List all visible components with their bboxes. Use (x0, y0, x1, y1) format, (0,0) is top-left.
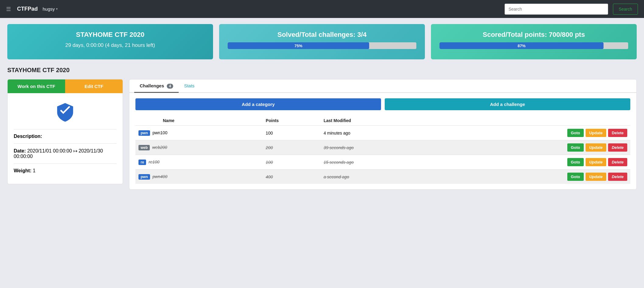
col-header-name: Name (135, 116, 263, 126)
brand: CTFPad (17, 6, 38, 12)
category-badge: re (138, 160, 146, 165)
tab-challenges[interactable]: Challenges 4 (134, 79, 179, 93)
table-row: pwn pwn400 400 a second ago Goto Update … (135, 170, 630, 184)
action-buttons: Goto Update Delete (433, 158, 627, 166)
edit-ctf-button[interactable]: Edit CTF (65, 79, 123, 93)
challenge-name: re100 (149, 160, 159, 164)
description-label: Description: (14, 134, 42, 139)
table-header-row: Name Points Last Modified (135, 116, 630, 126)
tabs-bar: Challenges 4 Stats (129, 79, 636, 93)
cell-points: 100 (263, 126, 320, 140)
challenge-modified: a second ago (324, 174, 349, 179)
cell-badge-name: pwn pwn100 (135, 126, 263, 140)
date-value: 2020/11/01 00:00:00 ↦ 2020/11/30 00:00:0… (14, 148, 103, 159)
col-header-actions (430, 116, 630, 126)
right-panel: Challenges 4 Stats Add a category Add a … (129, 79, 637, 190)
weight-row: Weight: 1 (14, 163, 117, 178)
work-on-ctf-button[interactable]: Work on this CTF (8, 79, 65, 93)
table-row: pwn pwn100 100 4 minutes ago Goto Update… (135, 126, 630, 140)
cell-badge-name: web web200 (135, 140, 263, 155)
cell-points: 200 (263, 140, 320, 155)
navbar: ☰ CTFPad hugsy ▾ Search (0, 0, 644, 18)
caret-icon: ▾ (56, 7, 58, 11)
stat-card-points: Scored/Total points: 700/800 pts 87% (431, 24, 637, 59)
tab-challenges-label: Challenges (140, 83, 164, 88)
delete-button[interactable]: Delete (608, 129, 627, 137)
action-buttons: Goto Update Delete (433, 143, 627, 152)
section-title: STAYHOME CTF 2020 (7, 67, 637, 74)
points-progress-bar: 87% (439, 42, 628, 49)
tab-stats-label: Stats (184, 83, 194, 88)
update-button[interactable]: Update (586, 143, 606, 152)
goto-button[interactable]: Goto (567, 158, 584, 166)
challenges-progress-bar: 75% (228, 42, 416, 49)
stat-card-challenges: Solved/Total challenges: 3/4 75% (219, 24, 425, 59)
update-button[interactable]: Update (586, 129, 606, 137)
cell-badge-name: pwn pwn400 (135, 170, 263, 184)
left-panel-buttons: Work on this CTF Edit CTF (8, 79, 123, 93)
search-input[interactable] (505, 4, 608, 15)
ctf-logo-area (8, 93, 123, 129)
add-category-button[interactable]: Add a category (135, 98, 381, 110)
cell-actions: Goto Update Delete (430, 170, 630, 184)
goto-button[interactable]: Goto (567, 143, 584, 152)
points-stat-title: Scored/Total points: 700/800 pts (439, 31, 628, 39)
date-label: Date: (14, 148, 26, 153)
tab-stats[interactable]: Stats (179, 79, 200, 93)
challenge-modified: 39 seconds ago (324, 145, 354, 150)
ctf-duration: 29 days, 0:00:00 (4 days, 21 hours left) (16, 42, 205, 48)
goto-button[interactable]: Goto (567, 173, 584, 181)
cell-modified: 4 minutes ago (320, 126, 430, 140)
cell-modified: 15 seconds ago (320, 155, 430, 170)
user-menu[interactable]: hugsy ▾ (43, 6, 58, 12)
tab-challenges-badge: 4 (167, 84, 173, 89)
challenge-points: 100 (266, 160, 273, 165)
goto-button[interactable]: Goto (567, 129, 584, 137)
update-button[interactable]: Update (586, 158, 606, 166)
cell-modified: a second ago (320, 170, 430, 184)
challenge-points: 400 (266, 174, 273, 179)
brand-name: CTFPad (17, 6, 38, 12)
left-panel-info: Description: Date: 2020/11/01 00:00:00 ↦… (8, 129, 123, 184)
points-progress-fill: 87% (439, 42, 604, 49)
action-buttons: Goto Update Delete (433, 173, 627, 181)
delete-button[interactable]: Delete (608, 173, 627, 181)
challenges-actions: Add a category Add a challenge (135, 98, 630, 110)
challenge-points: 200 (266, 145, 273, 150)
weight-value: 1 (33, 168, 36, 173)
two-col-layout: Work on this CTF Edit CTF Description: D… (7, 79, 637, 190)
category-badge: pwn (138, 130, 150, 136)
cell-modified: 39 seconds ago (320, 140, 430, 155)
action-buttons: Goto Update Delete (433, 129, 627, 137)
search-button[interactable]: Search (613, 4, 638, 15)
challenge-modified: 15 seconds ago (324, 160, 354, 165)
hamburger-icon[interactable]: ☰ (6, 6, 11, 12)
ctf-title: STAYHOME CTF 2020 (16, 31, 205, 39)
challenge-name: pwn400 (152, 174, 167, 179)
challenge-name: web200 (152, 145, 167, 150)
left-panel: Work on this CTF Edit CTF Description: D… (7, 79, 123, 184)
username: hugsy (43, 6, 55, 12)
stat-card-ctf: STAYHOME CTF 2020 29 days, 0:00:00 (4 da… (7, 24, 213, 59)
main-content: STAYHOME CTF 2020 29 days, 0:00:00 (4 da… (0, 18, 644, 196)
table-row: re re100 100 15 seconds ago Goto Update … (135, 155, 630, 170)
shield-icon (54, 102, 76, 123)
delete-button[interactable]: Delete (608, 158, 627, 166)
update-button[interactable]: Update (586, 173, 606, 181)
col-header-modified: Last Modified (320, 116, 430, 126)
cell-points: 100 (263, 155, 320, 170)
col-header-points: Points (263, 116, 320, 126)
cell-badge-name: re re100 (135, 155, 263, 170)
cell-actions: Goto Update Delete (430, 140, 630, 155)
description-row: Description: (14, 129, 117, 143)
category-badge: pwn (138, 174, 150, 180)
category-badge: web (138, 145, 150, 150)
challenges-table: Name Points Last Modified pwn pwn100 100… (135, 116, 630, 184)
cell-actions: Goto Update Delete (430, 155, 630, 170)
table-row: web web200 200 39 seconds ago Goto Updat… (135, 140, 630, 155)
challenges-content: Add a category Add a challenge Name Poin… (129, 93, 636, 189)
challenges-stat-title: Solved/Total challenges: 3/4 (228, 31, 416, 39)
weight-label: Weight: (14, 168, 31, 173)
delete-button[interactable]: Delete (608, 143, 627, 152)
add-challenge-button[interactable]: Add a challenge (385, 98, 630, 110)
